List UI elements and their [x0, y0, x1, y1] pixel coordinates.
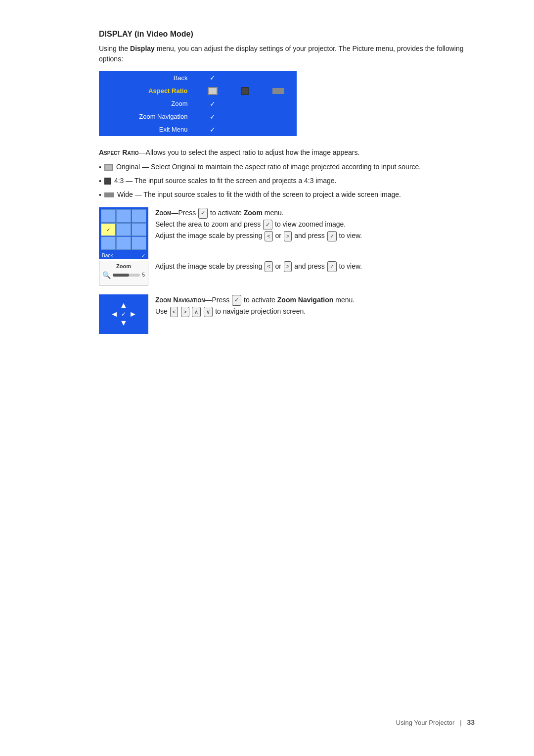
zoom-slider-block: Zoom 🔍 5 Adjust the image scale by press…: [99, 261, 475, 285]
nav-row-down: ▼: [120, 319, 128, 327]
magnify-icon: 🔍: [102, 271, 111, 279]
osd-row-back: Back ✓: [99, 71, 297, 84]
zoom-adjust-line: Adjust the image scale by pressing < or …: [155, 230, 362, 241]
osd-check-zoom: ✓: [196, 97, 229, 110]
zoom-bold: Zoom: [244, 209, 263, 217]
aspect-ratio-term: Aspect Ratio: [99, 148, 139, 156]
nav-key-left: <: [170, 307, 178, 318]
zoom-slider-text: Adjust the image scale by pressing < or …: [155, 261, 362, 272]
zoom-grid-check: ✓: [141, 253, 145, 258]
zoom-cell-3: [132, 209, 146, 223]
zoom-grid: [99, 207, 148, 252]
osd-col3-zoom: [229, 97, 260, 110]
osd-col4-zoom: [260, 97, 297, 110]
osd-check-zoom-nav: ✓: [196, 110, 229, 123]
osd-check-exit: ✓: [196, 123, 229, 136]
zoom-select-line: Select the area to zoom and press ✓ to v…: [155, 219, 362, 230]
slider-key-confirm: ✓: [327, 261, 337, 272]
osd-col2-aspect-ratio: [196, 84, 229, 97]
nav-check: ✓: [121, 311, 126, 318]
zoom-key-right: >: [284, 231, 292, 242]
zoom-nav-block: ▲ ◄ ✓ ► ▼ Zoom Navigation—Press ✓ to act…: [99, 294, 475, 334]
footer-text: Using Your Projector: [396, 719, 455, 726]
page-number: 33: [467, 718, 475, 726]
aspect-ratio-description: Aspect Ratio—Allows you to select the as…: [99, 147, 475, 158]
zoom-cell-2: [116, 209, 131, 223]
nav-up-arrow: ▲: [120, 301, 128, 309]
zoom-key-left: <: [265, 231, 272, 242]
slider-num: 5: [142, 272, 145, 278]
osd-label-zoom: Zoom: [99, 97, 196, 110]
bullet-dot-43: •: [99, 176, 101, 187]
bullet-dot-wide: •: [99, 190, 101, 200]
nav-row-up: ▲: [120, 301, 128, 309]
slider-fill: [113, 274, 129, 277]
osd-label-aspect-ratio: Aspect Ratio: [99, 84, 196, 97]
osd-row-exit: Exit Menu ✓: [99, 123, 297, 136]
osd-col4-exit: [260, 123, 297, 136]
zoom-cell-9: [132, 236, 146, 250]
osd-icon-43: [241, 87, 249, 95]
zoom-nav-term-line: Zoom Navigation—Press ✓ to activate Zoom…: [155, 294, 355, 306]
aspect-ratio-options: • Original — Select Original to maintain…: [99, 162, 475, 200]
zoom-key-view: ✓: [263, 220, 272, 231]
osd-col3-back: [229, 71, 260, 84]
zoom-slider-box: Zoom 🔍 5: [99, 261, 148, 285]
zoom-text: Zoom—Press ✓ to activate Zoom menu. Sele…: [155, 207, 362, 241]
display-bold: Display: [130, 45, 155, 52]
zoom-cell-1: [101, 209, 116, 223]
bullet-dot-original: •: [99, 162, 101, 173]
zoom-slider-description: Adjust the image scale by pressing < or …: [155, 261, 362, 272]
zoom-cell-7: [101, 236, 116, 250]
nav-left-arrow: ◄: [110, 310, 118, 318]
nav-box: ▲ ◄ ✓ ► ▼: [99, 294, 148, 334]
osd-col4-zoom-nav: [260, 110, 297, 123]
zoom-cell-8: [116, 236, 131, 250]
zoom-nav-image: ▲ ◄ ✓ ► ▼: [99, 294, 148, 334]
osd-col3-zoom-nav: [229, 110, 260, 123]
osd-icon-wide: [272, 88, 284, 94]
nav-key-right: >: [181, 307, 189, 318]
zoom-slider-title: Zoom: [102, 263, 145, 269]
zoom-term: Zoom: [155, 209, 171, 217]
osd-row-aspect-ratio: Aspect Ratio: [99, 84, 297, 97]
osd-col4-back: [260, 71, 297, 84]
osd-col3-exit: [229, 123, 260, 136]
zoom-grid-back-row: Back ✓: [99, 252, 148, 259]
nav-down-arrow: ▼: [120, 319, 128, 327]
zoom-key-activate: ✓: [198, 208, 208, 219]
osd-label-zoom-nav: Zoom Navigation: [99, 110, 196, 123]
nav-key-down: ∨: [204, 307, 213, 318]
zoom-nav-term: Zoom Navigation: [155, 296, 205, 304]
ar-option-original: • Original — Select Original to maintain…: [99, 162, 475, 173]
nav-row-middle: ◄ ✓ ►: [110, 310, 137, 318]
zoom-cell-6: [132, 223, 146, 236]
zoom-nav-text: Zoom Navigation—Press ✓ to activate Zoom…: [155, 294, 355, 317]
zoom-nav-bold: Zoom Navigation: [277, 296, 334, 304]
ar-option-43-text: 4:3 — The input source scales to fit the…: [114, 176, 337, 186]
icon-original: [104, 162, 113, 172]
zoom-slider-track: 🔍 5: [102, 271, 145, 279]
osd-col3-aspect-ratio: [229, 84, 260, 97]
slider-bar: [113, 274, 140, 277]
icon-43: [104, 176, 111, 186]
zoom-slider-image: Zoom 🔍 5: [99, 261, 148, 285]
zoom-grid-back-label: Back: [102, 253, 113, 258]
ar-option-original-text: Original — Select Original to maintain t…: [116, 162, 421, 172]
osd-row-zoom-nav: Zoom Navigation ✓: [99, 110, 297, 123]
osd-label-exit: Exit Menu: [99, 123, 196, 136]
osd-col4-aspect-ratio: [260, 84, 297, 97]
zoom-grid-image: Back ✓: [99, 207, 148, 252]
slider-key-left: <: [265, 261, 272, 272]
section-title: DISPLAY (in Video Mode): [99, 30, 475, 39]
nav-right-arrow: ►: [129, 310, 137, 318]
osd-menu-table: Back ✓ Aspect Ratio Zoom ✓ Zoom Navigati…: [99, 71, 297, 136]
zoom-cell-5: [116, 223, 131, 236]
nav-key-up: ∧: [192, 307, 201, 318]
zoom-key-confirm: ✓: [327, 231, 337, 242]
zoom-cell-4: [101, 223, 116, 236]
page-footer: Using Your Projector | 33: [396, 718, 475, 726]
osd-label-back: Back: [99, 71, 196, 84]
nav-key-activate: ✓: [232, 295, 241, 306]
osd-check-back: ✓: [196, 71, 229, 84]
